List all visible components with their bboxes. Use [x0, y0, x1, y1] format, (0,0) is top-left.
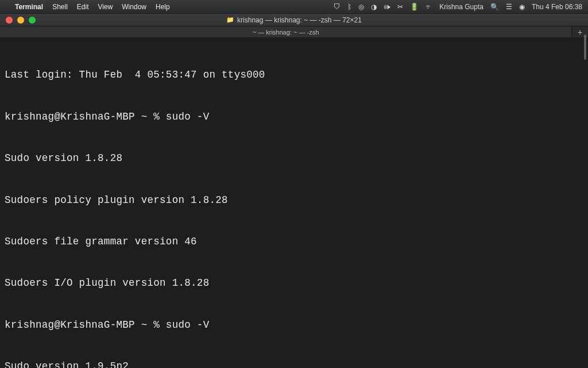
terminal-line: krishnag@KrishnaG-MBP ~ % sudo -V — [5, 318, 583, 332]
terminal-line: Sudoers policy plugin version 1.8.28 — [5, 193, 583, 207]
bluetooth-icon[interactable]: ᛒ — [347, 3, 351, 11]
app-menu[interactable]: Terminal — [15, 3, 43, 11]
menu-edit[interactable]: Edit — [77, 3, 89, 11]
terminal-tab[interactable]: ~ — krishnag: ~ — -zsh — [0, 26, 572, 37]
macos-menubar: Terminal Shell Edit View Window Help ⛉ ᛒ… — [0, 0, 588, 14]
window-title: 📁 krishnag — krishnag: ~ — -zsh — 72×21 — [0, 16, 588, 24]
scrollbar-thumb[interactable] — [584, 34, 586, 60]
menubar-right: ⛉ ᛒ ◎ ◑ 🕪 ✂ 🔋 ᯤ Krishna Gupta 🔍 ☰ ◉ Thu … — [334, 3, 582, 11]
spotlight-icon[interactable]: 🔍 — [490, 3, 499, 11]
siri-icon[interactable]: ◉ — [519, 3, 525, 11]
terminal-line: Sudo version 1.9.5p2 — [5, 359, 583, 368]
menu-view[interactable]: View — [98, 3, 113, 11]
fullscreen-button[interactable] — [29, 17, 36, 24]
wifi-icon[interactable]: ᯤ — [425, 3, 432, 11]
terminal-line: krishnag@KrishnaG-MBP ~ % sudo -V — [5, 110, 583, 124]
menu-window[interactable]: Window — [122, 3, 146, 11]
menubar-left: Terminal Shell Edit View Window Help — [6, 3, 170, 11]
sync-icon[interactable]: ◎ — [358, 3, 364, 11]
clock[interactable]: Thu 4 Feb 06:38 — [532, 3, 582, 11]
volume-icon[interactable]: 🕪 — [384, 3, 390, 11]
minimize-button[interactable] — [17, 17, 24, 24]
terminal-line: Sudoers file grammar version 46 — [5, 235, 583, 248]
scissors-icon[interactable]: ✂ — [397, 3, 403, 11]
window-titlebar[interactable]: 📁 krishnag — krishnag: ~ — -zsh — 72×21 — [0, 14, 588, 26]
traffic-lights — [0, 17, 36, 24]
terminal-line: Sudo version 1.8.28 — [5, 151, 583, 165]
user-name[interactable]: Krishna Gupta — [439, 3, 483, 11]
menu-shell[interactable]: Shell — [52, 3, 68, 11]
menu-help[interactable]: Help — [156, 3, 170, 11]
tab-label: ~ — krishnag: ~ — -zsh — [253, 29, 319, 36]
terminal-line: Sudoers I/O plugin version 1.8.28 — [5, 276, 583, 290]
tab-bar: ~ — krishnag: ~ — -zsh + — [0, 26, 588, 38]
folder-icon: 📁 — [226, 16, 234, 24]
battery-icon[interactable]: 🔋 — [410, 3, 419, 11]
control-center-icon[interactable]: ☰ — [506, 3, 512, 11]
terminal-line: Last login: Thu Feb 4 05:53:47 on ttys00… — [5, 68, 583, 82]
close-button[interactable] — [6, 17, 13, 24]
moon-icon[interactable]: ◑ — [371, 3, 377, 11]
shield-icon[interactable]: ⛉ — [334, 3, 341, 11]
window-title-text: krishnag — krishnag: ~ — -zsh — 72×21 — [237, 16, 362, 24]
terminal-content[interactable]: Last login: Thu Feb 4 05:53:47 on ttys00… — [0, 38, 588, 368]
